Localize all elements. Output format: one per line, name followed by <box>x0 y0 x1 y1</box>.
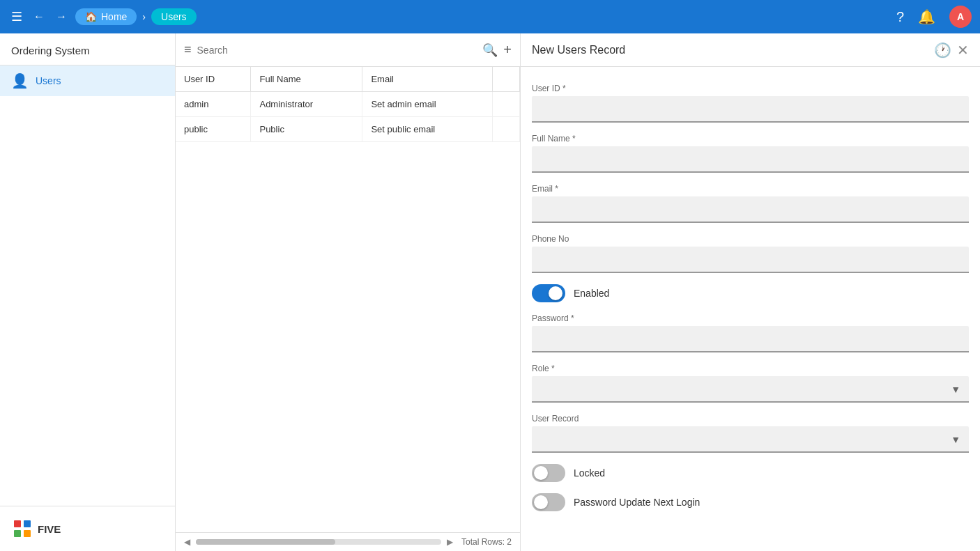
user-record-label: User Record <box>532 414 969 424</box>
phone-input[interactable] <box>532 247 969 273</box>
locked-label: Locked <box>574 467 605 479</box>
user-id-field: User ID * <box>532 84 969 123</box>
toggle-thumb-locked <box>534 466 548 480</box>
locked-toggle[interactable] <box>532 464 565 482</box>
password-label: Password * <box>532 313 969 323</box>
enabled-toggle[interactable] <box>532 284 565 302</box>
users-table: User ID Full Name Email adminAdministrat… <box>176 67 520 142</box>
table-cell-email: Set admin email <box>362 92 492 117</box>
toggle-thumb-password-update <box>534 495 548 509</box>
table-cell-user_id: public <box>176 117 251 142</box>
back-button[interactable]: ← <box>31 8 47 26</box>
role-field: Role * ▼ <box>532 364 969 403</box>
right-panel-header: New Users Record 🕐 ✕ <box>521 33 980 67</box>
user-id-label: User ID * <box>532 84 969 93</box>
email-field: Email * <box>532 184 969 223</box>
data-table-wrapper: User ID Full Name Email adminAdministrat… <box>176 67 520 532</box>
password-update-toggle[interactable] <box>532 493 565 511</box>
breadcrumb-chevron: › <box>142 11 146 22</box>
role-select-wrapper: ▼ <box>532 376 969 403</box>
table-cell-user_id: admin <box>176 92 251 117</box>
phone-label: Phone No <box>532 234 969 244</box>
total-rows-label: Total Rows: 2 <box>461 537 512 547</box>
table-cell-email: Set public email <box>362 117 492 142</box>
table-cell-full_name: Administrator <box>251 92 362 117</box>
table-row[interactable]: publicPublicSet public email <box>176 117 520 142</box>
svg-rect-1 <box>24 520 31 527</box>
right-panel-title: New Users Record <box>532 44 928 56</box>
enabled-label: Enabled <box>574 288 609 299</box>
full-name-field: Full Name * <box>532 134 969 173</box>
five-logo-icon <box>11 518 33 540</box>
users-breadcrumb-label: Users <box>161 11 187 22</box>
password-update-toggle-row: Password Update Next Login <box>532 493 969 511</box>
col-email: Email <box>362 67 492 92</box>
email-input[interactable] <box>532 196 969 223</box>
enabled-toggle-row: Enabled <box>532 284 969 302</box>
user-avatar[interactable]: A <box>949 6 972 28</box>
role-label: Role * <box>532 364 969 373</box>
sidebar: Ordering System 👤 Users FIVE <box>0 33 176 551</box>
close-button[interactable]: ✕ <box>957 42 969 59</box>
add-record-button[interactable]: + <box>503 42 512 58</box>
table-cell-extra <box>492 92 519 117</box>
home-breadcrumb[interactable]: 🏠 Home <box>75 8 137 25</box>
phone-field: Phone No <box>532 234 969 273</box>
data-footer: ◀ ▶ Total Rows: 2 <box>176 532 520 551</box>
filter-icon[interactable]: ≡ <box>184 42 192 57</box>
right-panel: New Users Record 🕐 ✕ User ID * Full Name… <box>520 33 980 551</box>
scroll-right-arrow[interactable]: ▶ <box>447 537 453 547</box>
sidebar-title: Ordering System <box>0 33 175 65</box>
password-update-label: Password Update Next Login <box>574 497 700 508</box>
logo-text: FIVE <box>38 523 61 535</box>
main-content: Ordering System 👤 Users FIVE ≡ 🔍 + <box>0 33 980 551</box>
toggle-thumb-enabled <box>549 286 562 300</box>
sidebar-logo: FIVE <box>0 506 175 551</box>
role-select[interactable] <box>532 376 969 403</box>
scrollbar-thumb <box>196 539 335 545</box>
password-field: Password * <box>532 313 969 352</box>
email-label: Email * <box>532 184 969 194</box>
col-full-name: Full Name <box>251 67 362 92</box>
locked-toggle-row: Locked <box>532 464 969 482</box>
sidebar-item-users-label: Users <box>36 75 61 86</box>
user-record-select-wrapper: ▼ <box>532 426 969 453</box>
svg-rect-2 <box>14 530 21 537</box>
users-icon: 👤 <box>11 72 29 89</box>
full-name-input[interactable] <box>532 146 969 173</box>
home-icon: 🏠 <box>85 11 97 22</box>
data-toolbar: ≡ 🔍 + <box>176 33 520 67</box>
table-cell-full_name: Public <box>251 117 362 142</box>
forward-button[interactable]: → <box>53 8 70 26</box>
scroll-left-arrow[interactable]: ◀ <box>184 537 190 547</box>
hamburger-menu-icon[interactable]: ☰ <box>8 6 25 27</box>
home-label: Home <box>101 11 127 22</box>
horizontal-scrollbar[interactable] <box>196 539 441 545</box>
notification-bell-icon[interactable]: 🔔 <box>918 8 935 25</box>
top-navigation: ☰ ← → 🏠 Home › Users ? 🔔 A <box>0 0 980 33</box>
svg-rect-3 <box>24 530 31 537</box>
full-name-label: Full Name * <box>532 134 969 143</box>
col-extra <box>492 67 519 92</box>
table-row[interactable]: adminAdministratorSet admin email <box>176 92 520 117</box>
user-id-input[interactable] <box>532 96 969 123</box>
search-icon[interactable]: 🔍 <box>482 42 498 58</box>
right-panel-body: User ID * Full Name * Email * Phone No <box>521 67 980 551</box>
col-user-id: User ID <box>176 67 251 92</box>
sidebar-item-users[interactable]: 👤 Users <box>0 65 175 96</box>
user-record-select[interactable] <box>532 426 969 453</box>
help-icon[interactable]: ? <box>896 9 904 25</box>
users-breadcrumb[interactable]: Users <box>151 8 197 25</box>
data-panel: ≡ 🔍 + User ID Full Name Email adminAdmin… <box>176 33 520 551</box>
search-input[interactable] <box>197 45 477 56</box>
password-input[interactable] <box>532 326 969 352</box>
table-cell-extra <box>492 117 519 142</box>
history-icon[interactable]: 🕐 <box>934 42 951 59</box>
svg-rect-0 <box>14 520 21 527</box>
user-record-field: User Record ▼ <box>532 414 969 453</box>
